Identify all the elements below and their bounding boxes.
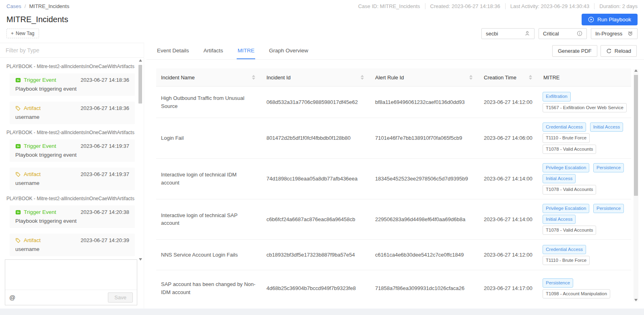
stage-value: In-Progress (595, 31, 622, 37)
mitre-technique-tag[interactable]: T1567 - Exfiltration Over Web Service (543, 103, 627, 112)
case-created-label: Created: 2023-06-27 14:18:36 (425, 3, 505, 9)
mitre-tactic-tag[interactable]: Privilege Escalation (543, 163, 589, 172)
tab-graph-overview[interactable]: Graph Overview (268, 43, 309, 59)
mitre-technique-tag[interactable]: T1078 - Valid Accounts (543, 145, 596, 154)
col-incident-id[interactable]: Incident Id (262, 68, 370, 86)
incident-id: 74d1898cc198eaa05a8db77afb436eea (262, 171, 370, 187)
run-playbook-button[interactable]: Run Playbook (582, 14, 638, 25)
tag-icon (15, 172, 21, 177)
mitre-technique-tag[interactable]: T1078 - Valid Accounts (543, 226, 596, 235)
reload-button[interactable]: Reload (601, 45, 637, 57)
mitre-tactic-tag[interactable]: Initial Access (543, 174, 576, 183)
alarm-clock-icon (627, 31, 633, 36)
save-comment-button[interactable]: Save (108, 292, 133, 303)
tab-mitre[interactable]: MITRE (237, 43, 255, 59)
priority-select[interactable]: Critical (539, 28, 587, 39)
assignee-value: secbi (486, 31, 498, 37)
mitre-technique-tag[interactable]: T1110 - Brute Force (543, 256, 590, 265)
event-time: 2023-06-27 14:20:38 (80, 209, 129, 215)
mitre-tactic-tag[interactable]: Persistence (543, 278, 573, 288)
event-time: 2023-06-27 14:19:37 (80, 143, 129, 149)
alert-rule-id: 18345e452523ee2978506c5d7d9395b9 (370, 171, 479, 187)
event-time: 2023-06-27 14:19:37 (80, 171, 129, 177)
comment-input[interactable] (5, 260, 137, 290)
mitre-tactic-tag[interactable]: Initial Access (590, 122, 623, 132)
event-desc: Playbook triggering event (15, 218, 129, 224)
mitre-tactic-tag[interactable]: Persistence (593, 163, 624, 172)
mitre-tactic-tag[interactable]: Credential Access (543, 122, 586, 132)
table-row[interactable]: Interactive login of technical IDM accou… (156, 159, 631, 199)
comment-box: @ Save (5, 259, 137, 305)
new-tag-button[interactable]: + New Tag (6, 29, 39, 38)
event-type-label: Trigger Event (24, 77, 56, 83)
table-header: Incident Name Incident Id Alert Rule Id … (156, 68, 631, 87)
col-label: Incident Name (161, 75, 195, 81)
table-row[interactable]: Interactive login of technical SAP accou… (156, 199, 631, 240)
mitre-tactic-tag[interactable]: Privilege Escalation (543, 204, 589, 213)
event-card-artifact[interactable]: Artifact 2023-06-27 14:19:37 username (10, 168, 135, 190)
breadcrumb: Cases / MITRE_Incidents (6, 3, 69, 9)
circle-play-icon (588, 17, 594, 23)
event-list: PLAYBOOK - Mitre-test2-allIncidentsInOne… (0, 58, 144, 263)
col-alert-rule-id[interactable]: Alert Rule Id (370, 68, 479, 86)
mitre-incidents-table: Incident Name Incident Id Alert Rule Id … (156, 68, 631, 303)
filter-by-type-input[interactable] (0, 43, 144, 58)
comment-toolbar: @ Save (5, 290, 137, 305)
sort-icon[interactable] (469, 75, 473, 80)
scrollbar-thumb[interactable] (634, 75, 638, 196)
stage-select[interactable]: In-Progress (591, 28, 638, 39)
mention-icon[interactable]: @ (9, 294, 15, 301)
breadcrumb-current: MITRE_Incidents (29, 3, 69, 9)
alert-rule-id: 229506283a96d4498ef64f0aa69d6b8a (370, 211, 479, 228)
incident-name: NNS Service Account Login Fails (156, 247, 262, 263)
tab-event-details[interactable]: Event Details (156, 43, 190, 59)
event-card-artifact[interactable]: Artifact 2023-06-27 14:20:39 username (10, 234, 135, 256)
mitre-tactic-tag[interactable]: Initial Access (543, 215, 576, 224)
mitre-technique-tag[interactable]: T1078 - Valid Accounts (543, 185, 596, 194)
scroll-down-icon[interactable] (634, 299, 638, 301)
event-card-trigger[interactable]: Trigger Event 2023-06-27 14:19:37 Playbo… (10, 139, 135, 162)
event-card-trigger[interactable]: Trigger Event 2023-06-27 14:20:38 Playbo… (10, 205, 135, 228)
sort-icon[interactable] (529, 75, 532, 80)
case-last-activity-label: Last Activity: 2023-06-29 14:30:43 (505, 3, 594, 9)
sort-icon[interactable] (252, 75, 255, 80)
mitre-tactic-tag[interactable]: Exfiltration (543, 92, 571, 101)
tab-artifacts[interactable]: Artifacts (203, 43, 224, 59)
scroll-up-icon[interactable] (634, 69, 638, 72)
table-scrollbar[interactable] (634, 69, 638, 301)
generate-pdf-button[interactable]: Generate PDF (552, 45, 597, 57)
event-card-artifact[interactable]: Artifact 2023-06-27 14:18:36 username (10, 102, 135, 124)
table-row[interactable]: NNS Service Account Login Fails cb18932b… (156, 240, 631, 270)
event-card-trigger[interactable]: Trigger Event 2023-06-27 14:18:36 Playbo… (10, 73, 135, 96)
sort-icon[interactable] (361, 75, 364, 80)
scroll-up-icon[interactable] (139, 59, 142, 62)
col-label: Incident Id (266, 75, 291, 81)
generate-pdf-label: Generate PDF (558, 48, 592, 54)
creation-time: 2023-06-27 14:14:00 (479, 171, 539, 187)
mitre-tactic-tag[interactable]: Persistence (593, 204, 624, 213)
incident-id: cb18932bf3df5e17323b887f9ba57e54 (262, 247, 370, 263)
trigger-event-icon (15, 209, 21, 215)
col-incident-name[interactable]: Incident Name (156, 68, 262, 86)
event-desc: username (15, 114, 129, 120)
table-row[interactable]: Login Fail 801472d2b5df1f0fcf4fbbdb0f128… (156, 118, 631, 159)
main-panel: Event Details Artifacts MITRE Graph Over… (147, 43, 644, 309)
case-controls: secbi Critical In-Progress (481, 28, 638, 39)
table-row[interactable]: SAP account has been changed by Non-IDM … (156, 270, 631, 303)
mitre-technique-tag[interactable]: T1110 - Brute Force (543, 133, 590, 143)
mitre-tags: Persistence T1098 - Account Manipulation (539, 274, 631, 303)
incident-name: Interactive login of technical SAP accou… (156, 207, 262, 231)
breadcrumb-cases-link[interactable]: Cases (6, 3, 21, 9)
scrollbar-thumb[interactable] (138, 65, 142, 104)
mitre-tactic-tag[interactable]: Credential Access (543, 245, 586, 254)
scroll-down-icon[interactable] (139, 258, 142, 261)
sidebar-scrollbar[interactable] (138, 59, 142, 261)
case-meta: Case ID: MITRE_Incidents Created: 2023-0… (353, 3, 638, 9)
table-row[interactable]: High Outbound Traffic from Unusual Sourc… (156, 87, 631, 118)
tabs: Event Details Artifacts MITRE Graph Over… (156, 43, 309, 59)
assignee-select[interactable]: secbi (481, 28, 535, 39)
col-creation-time[interactable]: Creation Time (479, 68, 539, 86)
col-label: Alert Rule Id (375, 75, 404, 81)
incident-name: SAP account has been changed by Non-IDM … (156, 276, 262, 300)
mitre-technique-tag[interactable]: T1098 - Account Manipulation (543, 289, 610, 298)
